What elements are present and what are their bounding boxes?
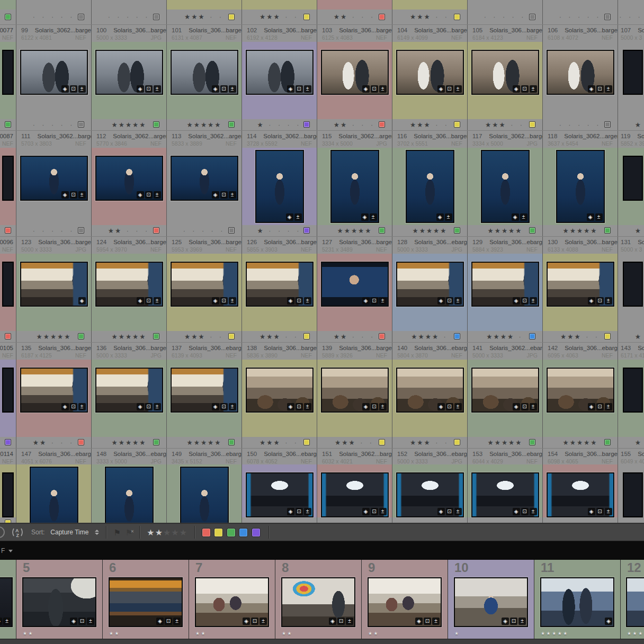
photo-thumbnail[interactable]: ◈⊡± [396,50,464,95]
grid-cell-partial[interactable]: r_0087 NEF [0,131,16,236]
grid-cell[interactable]: 148Solaris_306...ebarger_0116 3333 x 500… [92,449,167,523]
color-label-chip[interactable] [379,121,385,128]
tag-badge-icon[interactable]: ◈ [61,191,69,199]
grid-cell-partial[interactable]: ★★★ · · [392,0,468,24]
adjust-badge-icon[interactable]: ± [154,403,161,410]
grid-cell[interactable]: 154Solaris_306...barger_0120 6098 x 4065… [543,449,618,523]
photo-thumbnail[interactable] [2,50,14,95]
adjust-badge-icon[interactable]: ± [154,191,161,199]
crop-badge-icon[interactable]: ⊡ [165,618,172,625]
crop-badge-icon[interactable]: ⊡ [371,508,378,515]
crop-badge-icon[interactable]: ⊡ [296,297,303,305]
grid-cell-partial[interactable]: r_0077 NEF [0,25,16,130]
tag-badge-icon[interactable]: ◈ [437,85,445,93]
tag-badge-icon[interactable]: ◈ [78,297,86,305]
adjust-badge-icon[interactable]: ± [595,213,603,221]
color-label-chip[interactable] [228,333,235,339]
color-label-chip[interactable] [78,227,84,234]
rating-stars[interactable]: ★★★ [260,439,281,446]
adjust-badge-icon[interactable]: ± [304,85,311,93]
color-label-chip[interactable] [379,227,385,234]
grid-cell[interactable]: 130Solaris_306...barger_0102 6133 x 4088… [543,237,618,342]
crop-badge-icon[interactable]: ⊡ [424,618,431,625]
photo-thumbnail[interactable]: ◈⊡± [471,262,539,307]
filmstrip-cell[interactable]: ◈± [0,560,16,639]
adjust-badge-icon[interactable]: ± [260,618,267,625]
crop-badge-icon[interactable]: ⊡ [220,297,228,305]
rating-stars[interactable]: ★★★★ [411,333,439,341]
filmstrip-cell[interactable]: 10◈⊡±★ [448,560,534,639]
adjust-badge-icon[interactable]: ± [605,297,612,305]
grid-cell[interactable]: 112Solaris_3062...arger_0089 5770 x 3846… [92,131,167,236]
rating-dots[interactable]: · · · · · [559,13,602,21]
crop-badge-icon[interactable]: ⊡ [70,191,77,199]
color-label-chip[interactable] [78,333,84,339]
photo-thumbnail[interactable]: ◈⊡± [547,262,614,307]
tag-badge-icon[interactable]: ◈ [212,191,219,199]
color-label-chip[interactable] [228,439,235,445]
tag-badge-icon[interactable]: ◈ [286,213,293,221]
tag-badge-icon[interactable]: ◈ [605,618,612,625]
rating-stars[interactable]: ★★★ [260,333,281,341]
filmstrip-cell[interactable]: 5◈⊡±★★ [16,560,103,639]
adjust-badge-icon[interactable]: ± [530,85,537,93]
rating-stars[interactable]: ★★★★★ [111,333,146,341]
filter-stars-inactive[interactable]: ★★★ [163,528,187,537]
color-label-chip[interactable] [303,333,310,339]
rating-stars[interactable]: ★★★ [184,13,205,21]
tag-badge-icon[interactable]: ◈ [156,618,164,625]
photo-thumbnail[interactable]: ◈⊡± [95,368,163,413]
adjust-badge-icon[interactable]: ± [379,403,387,410]
tag-badge-icon[interactable]: ◈ [437,297,445,305]
sort-value-dropdown[interactable]: Capture Time [50,529,88,536]
tag-badge-icon[interactable]: ◈ [437,508,445,515]
adjust-badge-icon[interactable]: ± [304,403,311,410]
crop-badge-icon[interactable]: ⊡ [296,403,303,410]
tag-badge-icon[interactable]: ◈ [513,403,520,410]
rating-dots[interactable]: · · · · · [619,13,642,24]
adjust-badge-icon[interactable]: ± [445,213,452,221]
rating-stars[interactable]: ★★★ [410,439,431,446]
color-label-chip[interactable] [153,227,159,234]
crop-badge-icon[interactable]: ⊡ [596,403,604,410]
photo-thumbnail[interactable]: ◈± [481,150,530,223]
crop-badge-icon[interactable]: ⊡ [337,618,345,625]
color-label-chip[interactable] [529,439,535,445]
rating-stars[interactable]: ★★★ [485,121,506,129]
adjust-badge-icon[interactable]: ± [229,85,236,93]
rating-stars[interactable]: ★★★★ [486,333,514,341]
crop-badge-icon[interactable]: ⊡ [446,403,453,410]
grid-cell[interactable]: 117Solaris_3062...barger_0093 3334 x 500… [468,131,543,236]
rating-stars[interactable]: ★★★★★ [337,227,372,235]
photo-thumbnail[interactable]: ◈⊡± [22,577,96,627]
rating-stars[interactable]: ★★★★★ [186,121,221,129]
grid-cell[interactable]: 137Solaris_306...ebarger_0107 6139 x 409… [167,343,242,448]
grid-cell-partial[interactable]: 131Sola 5000 x 3 ★ [618,237,644,342]
color-label-chip[interactable] [153,121,159,128]
adjust-badge-icon[interactable]: ± [78,403,86,410]
rating-stars[interactable]: ★★★★★ [186,439,221,446]
grid-cell[interactable]: 147Solaris_306...ebarger_0115 4051 x 607… [16,449,92,523]
tag-badge-icon[interactable]: ◈ [61,403,69,410]
grid-cell[interactable]: 139Solaris_306...barger_0109 5889 x 3926… [317,343,392,448]
adjust-badge-icon[interactable]: ± [454,85,462,93]
tag-badge-icon[interactable]: ◈ [137,403,144,410]
crop-badge-icon[interactable]: ⊡ [296,508,303,515]
filmstrip-scrollbar[interactable] [0,639,644,644]
crop-badge-icon[interactable]: ⊡ [371,403,378,410]
tag-badge-icon[interactable]: ◈ [587,213,594,221]
grid-cell[interactable]: 113Solaris_3062...arger_0090 5833 x 3889… [167,131,242,236]
photo-thumbnail[interactable]: ◈⊡± [195,577,269,627]
grid-cell[interactable]: 141Solaris_3062...ebarger_0111 5000 x 33… [468,343,543,448]
color-label-chip[interactable] [303,14,310,20]
grid-cell-partial[interactable]: · · · · · [92,0,167,24]
photo-thumbnail[interactable]: ◈⊡± [171,50,238,95]
flag-reject-icon[interactable]: ⚑✕ [126,529,132,536]
rating-dots[interactable]: · · · · · [183,227,226,235]
color-label-chip[interactable] [529,227,535,234]
color-label-chip[interactable] [5,333,11,339]
tag-badge-icon[interactable]: ◈ [362,297,370,305]
color-label-chip[interactable] [529,121,535,128]
color-label-chip[interactable] [228,14,235,20]
color-label-chip[interactable] [5,520,11,523]
